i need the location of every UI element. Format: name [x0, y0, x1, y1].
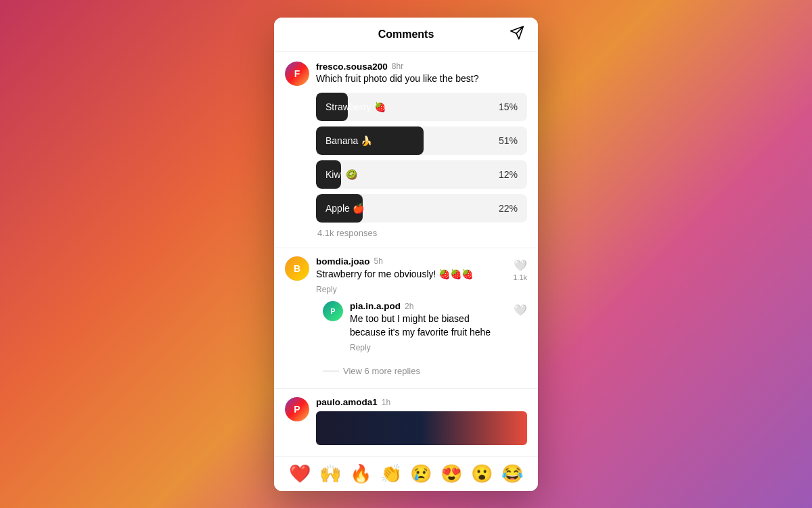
- poll-responses: 4.1k responses: [316, 228, 527, 238]
- reply-0-0-reply-btn[interactable]: Reply: [350, 343, 507, 352]
- poll-poster-username-time: fresco.sousa200 8hr: [316, 62, 478, 72]
- reply-0-0-avatar[interactable]: P: [323, 301, 343, 321]
- reply-0-0: P pia.in.a.pod 2h Me too but I might be …: [323, 294, 527, 359]
- reaction-wow[interactable]: 😮: [471, 463, 493, 484]
- poll-poster-avatar[interactable]: F: [285, 62, 309, 86]
- comments-content: F fresco.sousa200 8hr Which fruit photo …: [274, 52, 538, 456]
- poll-label-0: Strawberry 🍓: [316, 101, 395, 112]
- poll-option-1[interactable]: Banana 🍌 51%: [316, 126, 527, 155]
- next-comment-content: paulo.amoda1 1h: [316, 397, 527, 445]
- reply-0-0-username[interactable]: pia.in.a.pod: [350, 301, 401, 311]
- comment-0: B bomdia.joao 5h Strawberry for me obvio…: [274, 248, 538, 390]
- poll-percent-3: 22%: [499, 203, 518, 214]
- view-more-replies-label: View 6 more replies: [343, 366, 420, 376]
- comment-0-like-area: 🤍 1.1k: [513, 259, 527, 281]
- poll-post: F fresco.sousa200 8hr Which fruit photo …: [274, 52, 538, 248]
- reaction-laugh[interactable]: 😂: [501, 463, 523, 484]
- next-comment-username-time: paulo.amoda1 1h: [316, 397, 527, 407]
- comment-0-reply-btn[interactable]: Reply: [316, 285, 506, 294]
- poll-container: Strawberry 🍓 15% Banana 🍌 51% Kiwi 🥝 12%: [316, 93, 527, 238]
- poll-label-3: Apple 🍎: [316, 203, 374, 214]
- heart-icon-reply-0[interactable]: 🤍: [514, 304, 527, 317]
- reaction-clap[interactable]: 👏: [380, 463, 402, 484]
- reply-0-0-content: pia.in.a.pod 2h Me too but I might be bi…: [350, 301, 507, 352]
- reaction-heart-eyes[interactable]: 😍: [441, 463, 462, 484]
- next-comment-body: P paulo.amoda1 1h: [285, 397, 527, 445]
- next-commenter-username[interactable]: paulo.amoda1: [316, 397, 378, 407]
- poll-percent-0: 15%: [499, 101, 518, 112]
- comment-0-text: Strawberry for me obviously! 🍓🍓🍓: [316, 268, 506, 281]
- comment-0-likes: 1.1k: [513, 273, 527, 281]
- reply-0-0-like-area: 🤍: [514, 304, 527, 317]
- comment-0-time: 5h: [374, 256, 383, 266]
- comment-0-username-time: bomdia.joao 5h: [316, 256, 506, 267]
- poll-option-2[interactable]: Kiwi 🥝 12%: [316, 160, 527, 189]
- poll-poster-username[interactable]: fresco.sousa200: [316, 62, 388, 72]
- poll-poster-time: 8hr: [392, 62, 403, 71]
- next-comment-image: [316, 411, 527, 445]
- reply-0-0-time: 2h: [405, 302, 413, 311]
- heart-icon-0[interactable]: 🤍: [514, 259, 527, 272]
- phone-container: Comments F fresco.sousa200 8hr Which fru: [274, 18, 538, 491]
- poll-label-2: Kiwi 🥝: [316, 169, 367, 180]
- comment-0-content: bomdia.joao 5h Strawberry for me obvious…: [316, 256, 506, 295]
- reply-0-0-username-time: pia.in.a.pod 2h: [350, 301, 507, 311]
- poll-option-0[interactable]: Strawberry 🍓 15%: [316, 93, 527, 121]
- comment-0-username[interactable]: bomdia.joao: [316, 256, 370, 267]
- comment-0-body: B bomdia.joao 5h Strawberry for me obvio…: [285, 256, 527, 295]
- comment-0-avatar[interactable]: B: [285, 256, 309, 281]
- send-icon[interactable]: [510, 25, 524, 43]
- poll-percent-2: 12%: [499, 169, 518, 180]
- reaction-fire[interactable]: 🔥: [350, 463, 371, 484]
- poll-post-header: F fresco.sousa200 8hr Which fruit photo …: [285, 62, 527, 86]
- view-more-replies-0[interactable]: View 6 more replies: [323, 362, 527, 380]
- next-comment-time: 1h: [382, 398, 390, 407]
- poll-question: Which fruit photo did you like the best?: [316, 73, 478, 84]
- poll-percent-1: 51%: [499, 135, 518, 146]
- replies-section-0: P pia.in.a.pod 2h Me too but I might be …: [316, 294, 527, 380]
- comments-header: Comments: [274, 18, 538, 52]
- poll-label-1: Banana 🍌: [316, 135, 382, 146]
- view-more-line: [323, 371, 339, 371]
- reply-0-0-text: Me too but I might be biased because it'…: [350, 313, 507, 339]
- next-commenter-avatar[interactable]: P: [285, 397, 309, 421]
- reaction-heart[interactable]: ❤️: [289, 463, 311, 484]
- next-comment: P paulo.amoda1 1h: [274, 389, 538, 453]
- poll-poster-meta: fresco.sousa200 8hr Which fruit photo di…: [316, 62, 478, 84]
- reaction-hands[interactable]: 🙌: [319, 463, 341, 484]
- poll-option-3[interactable]: Apple 🍎 22%: [316, 194, 527, 223]
- header-title: Comments: [378, 28, 434, 41]
- reactions-bar: ❤️ 🙌 🔥 👏 😢 😍 😮 😂: [274, 456, 538, 491]
- reaction-sad[interactable]: 😢: [410, 463, 432, 484]
